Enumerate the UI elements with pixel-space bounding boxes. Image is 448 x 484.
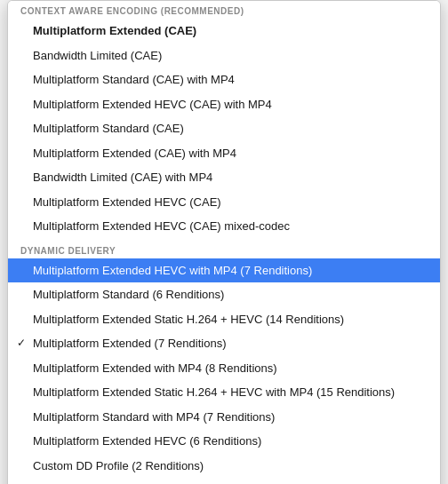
dropdown-item-dd-9[interactable]: Custom DD Profile (2 Renditions) [8, 454, 440, 479]
dropdown-item-cae-1[interactable]: Multiplatform Extended (CAE) [8, 19, 440, 44]
dropdown-item-cae-6[interactable]: Multiplatform Extended (CAE) with MP4 [8, 141, 440, 166]
dropdown-item-cae-7[interactable]: Bandwidth Limited (CAE) with MP4 [8, 165, 440, 190]
dropdown-item-dd-5[interactable]: Multiplatform Extended with MP4 (8 Rendi… [8, 356, 440, 381]
dropdown-item-dd-3[interactable]: Multiplatform Extended Static H.264 + HE… [8, 307, 440, 332]
dropdown-item-dd-2[interactable]: Multiplatform Standard (6 Renditions) [8, 282, 440, 307]
dropdown-item-dd-8[interactable]: Multiplatform Extended HEVC (6 Rendition… [8, 429, 440, 454]
dynamic-section-header: DYNAMIC DELIVERY [8, 241, 440, 258]
dropdown-item-cae-9[interactable]: Multiplatform Extended HEVC (CAE) mixed-… [8, 214, 440, 239]
dropdown-item-dd-1[interactable]: Multiplatform Extended HEVC with MP4 (7 … [8, 258, 440, 283]
encoding-dropdown: CONTEXT AWARE ENCODING (RECOMMENDED) Mul… [7, 0, 441, 484]
dropdown-item-cae-5[interactable]: Multiplatform Standard (CAE) [8, 116, 440, 141]
cae-items-list: Multiplatform Extended (CAE)Bandwidth Li… [8, 19, 440, 239]
dd-items-list: Multiplatform Extended HEVC with MP4 (7 … [8, 258, 440, 485]
cae-section-header: CONTEXT AWARE ENCODING (RECOMMENDED) [8, 1, 440, 19]
dropdown-item-dd-4[interactable]: Multiplatform Extended (7 Renditions) [8, 331, 440, 356]
dropdown-item-dd-6[interactable]: Multiplatform Extended Static H.264 + HE… [8, 380, 440, 405]
dropdown-item-dd-10[interactable]: multi-platform-extended-static-with-mp4-… [8, 478, 440, 484]
dropdown-item-cae-3[interactable]: Multiplatform Standard (CAE) with MP4 [8, 67, 440, 92]
dropdown-item-cae-2[interactable]: Bandwidth Limited (CAE) [8, 44, 440, 68]
dropdown-item-cae-8[interactable]: Multiplatform Extended HEVC (CAE) [8, 190, 440, 215]
dropdown-item-dd-7[interactable]: Multiplatform Standard with MP4 (7 Rendi… [8, 405, 440, 430]
dropdown-item-cae-4[interactable]: Multiplatform Extended HEVC (CAE) with M… [8, 92, 440, 117]
